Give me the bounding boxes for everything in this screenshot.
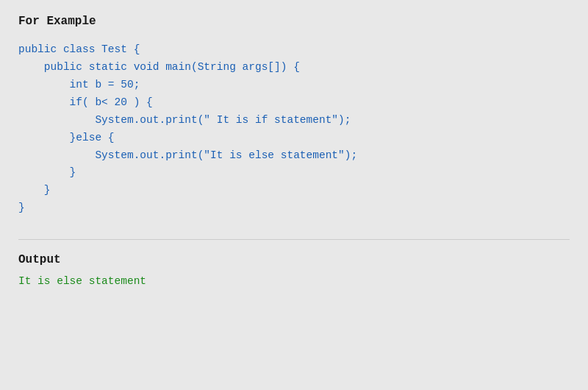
code-line-5: if( b< 20 ) { bbox=[18, 94, 570, 112]
code-line-3: int b = 50; bbox=[18, 77, 570, 94]
code-line-0: public class Test { bbox=[18, 41, 570, 59]
code-line-8: System.out.print("It is else statement")… bbox=[18, 147, 570, 165]
section-divider bbox=[18, 239, 570, 240]
code-line-7: }else { bbox=[18, 130, 570, 147]
code-block: public class Test { public static void m… bbox=[18, 41, 570, 217]
code-line-11: } bbox=[18, 199, 570, 217]
output-heading: Output bbox=[18, 253, 570, 266]
page-container: For Example public class Test { public s… bbox=[18, 15, 570, 287]
code-line-2: public static void main(String args[]) { bbox=[18, 59, 570, 77]
for-example-heading: For Example bbox=[18, 15, 570, 28]
code-line-10: } bbox=[18, 182, 570, 199]
code-line-6: System.out.print(" It is if statement"); bbox=[18, 112, 570, 130]
code-line-9: } bbox=[18, 164, 570, 182]
output-value: It is else statement bbox=[18, 275, 570, 287]
